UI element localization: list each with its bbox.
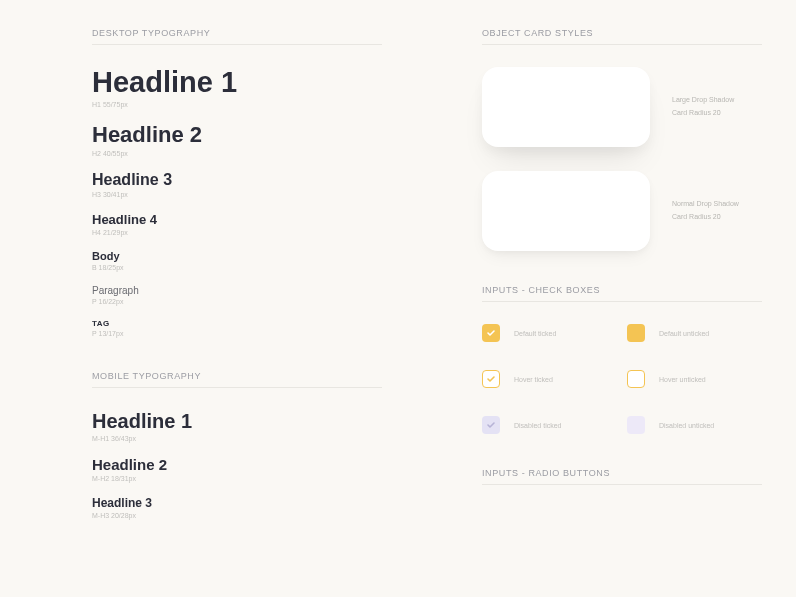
- type-item-mh1: Headline 1 M-H1 36/43px: [92, 410, 382, 442]
- headline-1: Headline 1: [92, 67, 382, 99]
- type-item-mh2: Headline 2 M-H2 18/31px: [92, 456, 382, 482]
- checkbox-disabled-unticked: Disabled unticked: [627, 416, 762, 434]
- checkbox-icon: [482, 416, 500, 434]
- checkbox-grid: Default ticked Default unticked Hover ti…: [482, 324, 762, 434]
- section-title: OBJECT CARD STYLES: [482, 28, 762, 45]
- mobile-typography-section: MOBILE TYPOGRAPHY Headline 1 M-H1 36/43p…: [92, 371, 382, 519]
- checkbox-label: Hover unticked: [659, 376, 706, 383]
- card-label-line: Card Radius 20: [672, 107, 734, 120]
- section-title: INPUTS - RADIO BUTTONS: [482, 468, 762, 485]
- card-label-line: Card Radius 20: [672, 211, 739, 224]
- checkbox-icon: [627, 370, 645, 388]
- type-spec: M-H3 20/28px: [92, 512, 382, 519]
- checkbox-disabled-ticked: Disabled ticked: [482, 416, 617, 434]
- body-text: Body: [92, 250, 382, 262]
- card-label-line: Large Drop Shadow: [672, 94, 734, 107]
- type-spec: M-H1 36/43px: [92, 435, 382, 442]
- type-item-h2: Headline 2 H2 40/55px: [92, 122, 382, 157]
- mobile-headline-3: Headline 3: [92, 496, 382, 510]
- checkbox-default-unticked[interactable]: Default unticked: [627, 324, 762, 342]
- card-row-large: Large Drop Shadow Card Radius 20: [482, 67, 762, 147]
- type-spec: B 18/25px: [92, 264, 382, 271]
- checkboxes-section: INPUTS - CHECK BOXES Default ticked Defa…: [482, 285, 762, 434]
- headline-3: Headline 3: [92, 171, 382, 189]
- card-label: Large Drop Shadow Card Radius 20: [672, 94, 734, 119]
- checkbox-icon: [482, 324, 500, 342]
- type-item-h1: Headline 1 H1 55/75px: [92, 67, 382, 108]
- radio-buttons-section: INPUTS - RADIO BUTTONS: [482, 468, 762, 485]
- paragraph-text: Paragraph: [92, 285, 382, 296]
- type-spec: H1 55/75px: [92, 101, 382, 108]
- type-spec: H3 30/41px: [92, 191, 382, 198]
- headline-4: Headline 4: [92, 212, 382, 227]
- type-item-body: Body B 18/25px: [92, 250, 382, 271]
- headline-2: Headline 2: [92, 122, 382, 148]
- card-row-normal: Normal Drop Shadow Card Radius 20: [482, 171, 762, 251]
- type-spec: P 16/22px: [92, 298, 382, 305]
- card-normal-shadow: [482, 171, 650, 251]
- type-item-h4: Headline 4 H4 21/29px: [92, 212, 382, 236]
- checkbox-hover-ticked[interactable]: Hover ticked: [482, 370, 617, 388]
- card-label-line: Normal Drop Shadow: [672, 198, 739, 211]
- checkbox-label: Disabled ticked: [514, 422, 561, 429]
- section-title: MOBILE TYPOGRAPHY: [92, 371, 382, 388]
- type-item-paragraph: Paragraph P 16/22px: [92, 285, 382, 305]
- type-item-h3: Headline 3 H3 30/41px: [92, 171, 382, 198]
- checkbox-label: Disabled unticked: [659, 422, 714, 429]
- tag-text: TAG: [92, 319, 382, 328]
- checkbox-label: Default unticked: [659, 330, 709, 337]
- type-spec: P 13/17px: [92, 330, 382, 337]
- components-column: OBJECT CARD STYLES Large Drop Shadow Car…: [482, 28, 762, 553]
- section-title: DESKTOP TYPOGRAPHY: [92, 28, 382, 45]
- checkbox-label: Default ticked: [514, 330, 556, 337]
- mobile-headline-2: Headline 2: [92, 456, 382, 473]
- desktop-typography-section: DESKTOP TYPOGRAPHY Headline 1 H1 55/75px…: [92, 28, 382, 337]
- type-spec: M-H2 18/31px: [92, 475, 382, 482]
- card-label: Normal Drop Shadow Card Radius 20: [672, 198, 739, 223]
- checkbox-default-ticked[interactable]: Default ticked: [482, 324, 617, 342]
- checkbox-label: Hover ticked: [514, 376, 553, 383]
- mobile-headline-1: Headline 1: [92, 410, 382, 433]
- type-spec: H4 21/29px: [92, 229, 382, 236]
- checkbox-icon: [482, 370, 500, 388]
- typography-column: DESKTOP TYPOGRAPHY Headline 1 H1 55/75px…: [92, 28, 382, 553]
- type-spec: H2 40/55px: [92, 150, 382, 157]
- object-card-styles-section: OBJECT CARD STYLES Large Drop Shadow Car…: [482, 28, 762, 251]
- checkbox-icon: [627, 324, 645, 342]
- type-item-tag: TAG P 13/17px: [92, 319, 382, 337]
- card-large-shadow: [482, 67, 650, 147]
- checkbox-hover-unticked[interactable]: Hover unticked: [627, 370, 762, 388]
- section-title: INPUTS - CHECK BOXES: [482, 285, 762, 302]
- checkbox-icon: [627, 416, 645, 434]
- type-item-mh3: Headline 3 M-H3 20/28px: [92, 496, 382, 519]
